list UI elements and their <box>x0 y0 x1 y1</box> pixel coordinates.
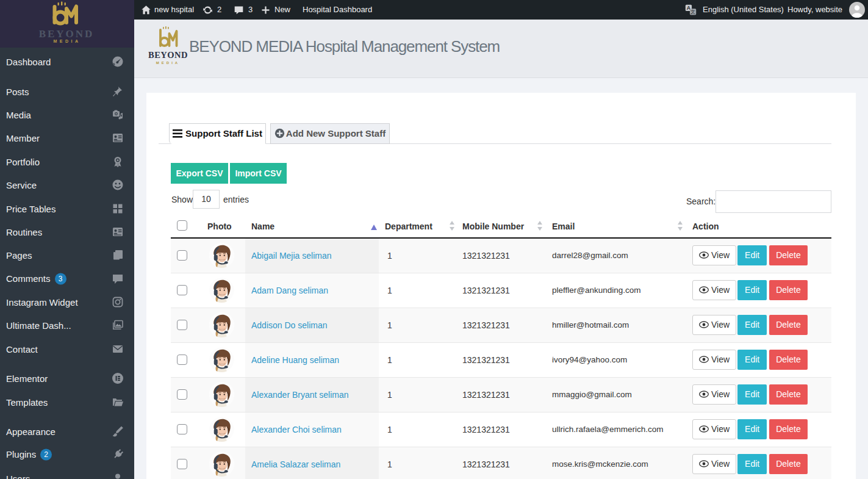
svg-text:文: 文 <box>690 9 695 15</box>
svg-text:BEYOND: BEYOND <box>39 28 95 40</box>
svg-text:MEDIA: MEDIA <box>156 61 180 65</box>
svg-text:BEYOND: BEYOND <box>148 50 188 60</box>
svg-text:MEDIA: MEDIA <box>53 39 81 43</box>
